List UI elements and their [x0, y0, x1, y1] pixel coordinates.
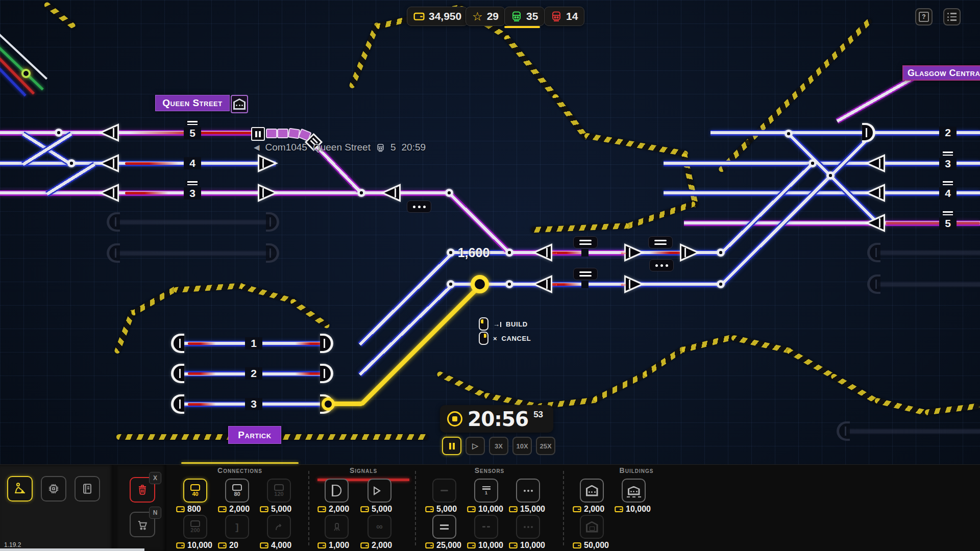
build-mode-button[interactable] [7, 476, 33, 502]
clock-state-icon [447, 411, 462, 427]
station-label-queen-street[interactable]: Queen Street [155, 95, 230, 111]
signal[interactable] [258, 154, 278, 172]
signal[interactable] [865, 214, 885, 232]
signal[interactable] [99, 123, 119, 142]
signal[interactable] [865, 184, 885, 202]
signal[interactable] [532, 275, 552, 293]
track-bumper[interactable] [862, 123, 875, 142]
manual-signal-button[interactable] [325, 479, 349, 503]
trains-running-counter[interactable]: 35 [504, 7, 545, 26]
curve-track-button[interactable] [267, 515, 291, 539]
platform-extension-button[interactable] [622, 479, 646, 503]
loop-signal-button[interactable]: ∞ [368, 515, 391, 539]
clock-time: 20:56 [468, 408, 528, 431]
gate-signal-button[interactable] [325, 515, 349, 539]
double-line-sensor-icon [440, 524, 449, 530]
track-bumper[interactable] [320, 334, 333, 353]
scrollbar[interactable] [0, 548, 144, 551]
signal[interactable] [258, 184, 278, 202]
auto-signal-button[interactable] [368, 479, 391, 503]
track-speed-80-button[interactable]: 80 [225, 479, 249, 503]
ghost-track [878, 250, 980, 256]
signal[interactable] [680, 243, 700, 262]
track-speed-40-button[interactable]: 40 [183, 479, 207, 503]
signal[interactable] [99, 154, 119, 172]
platform-label: 4 [939, 180, 957, 199]
price: 5,000 [260, 505, 291, 514]
ghost-bumper [107, 243, 120, 263]
route-arrow-icon: → [551, 279, 559, 288]
occupied-track-overlay [295, 372, 323, 375]
sensor-badge[interactable] [648, 236, 673, 248]
stars-counter[interactable]: ☆ 29 [465, 7, 505, 26]
sensor-badge[interactable] [573, 268, 598, 280]
signal[interactable] [380, 184, 401, 202]
signal[interactable] [865, 154, 885, 172]
speed-25x-button[interactable]: 25X [536, 437, 555, 455]
systems-mode-button[interactable] [41, 476, 66, 502]
track-speed-200-button[interactable]: 200 [183, 515, 207, 539]
station-label-partick[interactable]: Partick [228, 426, 281, 444]
train-car[interactable] [266, 129, 277, 138]
wait-badge[interactable] [649, 259, 674, 271]
platform-number: 2 [939, 127, 957, 139]
mini-dots-sensor-button[interactable] [516, 515, 540, 539]
track-bumper[interactable] [171, 334, 184, 353]
wait-badge[interactable] [407, 201, 431, 213]
price: 25,000 [425, 541, 461, 550]
track-segment[interactable] [664, 190, 980, 196]
track-bumper[interactable] [171, 394, 184, 414]
ghost-track [847, 429, 980, 434]
shop-hotkey-badge: N [149, 507, 161, 519]
track-node [717, 248, 725, 257]
train-car[interactable] [277, 129, 288, 138]
station-building-icon[interactable] [231, 95, 248, 113]
section-title: Buildings [573, 466, 700, 474]
speed-3x-button[interactable]: 3X [489, 437, 508, 455]
track-speed-120-button[interactable]: 120 [267, 479, 291, 503]
menu-button[interactable] [943, 8, 961, 26]
wait-sensor-button[interactable] [516, 479, 540, 503]
price: 1,000 [317, 541, 349, 550]
trains-running-value: 35 [526, 10, 538, 22]
track-segment[interactable] [361, 190, 451, 196]
build-node[interactable] [471, 275, 489, 293]
play-icon: ▷ [472, 441, 478, 450]
track-gap [581, 281, 589, 288]
auto-signal-icon [374, 486, 385, 495]
end-of-track-button[interactable]: ] [225, 515, 249, 539]
dashed-sensor-button[interactable] [474, 515, 498, 539]
track-node [826, 171, 835, 180]
signal[interactable] [99, 184, 119, 202]
train-info-label[interactable]: ◀ Com1045 Queen Street 5 20:59 [254, 142, 426, 153]
depot-button[interactable] [580, 515, 604, 539]
help-button[interactable]: ? [915, 8, 933, 26]
basic-sensor-button[interactable] [432, 479, 456, 503]
question-icon: ? [919, 12, 929, 22]
pause-button[interactable] [442, 437, 461, 455]
platform-number: 3 [184, 187, 201, 199]
money-counter[interactable]: 34,950 [407, 7, 468, 26]
track-node [445, 189, 453, 197]
contracts-mode-button[interactable] [75, 476, 100, 502]
section-divider [415, 471, 416, 545]
speed-10x-button[interactable]: 10X [512, 437, 532, 455]
price: 5,000 [360, 505, 392, 514]
price: 15,000 [509, 505, 545, 514]
stop-sensor-button[interactable] [432, 515, 456, 539]
track-bumper[interactable] [320, 364, 333, 383]
trains-alert-counter[interactable]: 14 [544, 7, 584, 26]
station-label-glasgow-central[interactable]: Glasgow Central [902, 65, 980, 81]
occupied-track-overlay [188, 403, 216, 406]
train-stopped-icon[interactable] [251, 127, 265, 141]
sensor-badge[interactable] [573, 236, 598, 248]
build-node[interactable] [322, 397, 335, 411]
signal[interactable] [532, 243, 552, 262]
play-button[interactable]: ▷ [465, 437, 485, 455]
star-icon: ☆ [472, 11, 483, 22]
track-bumper[interactable] [171, 364, 184, 383]
speed-sensor-button[interactable]: 1 [474, 479, 498, 503]
station-button[interactable] [580, 479, 604, 503]
price: 2,000 [573, 505, 604, 514]
train-top-icon [274, 484, 284, 491]
